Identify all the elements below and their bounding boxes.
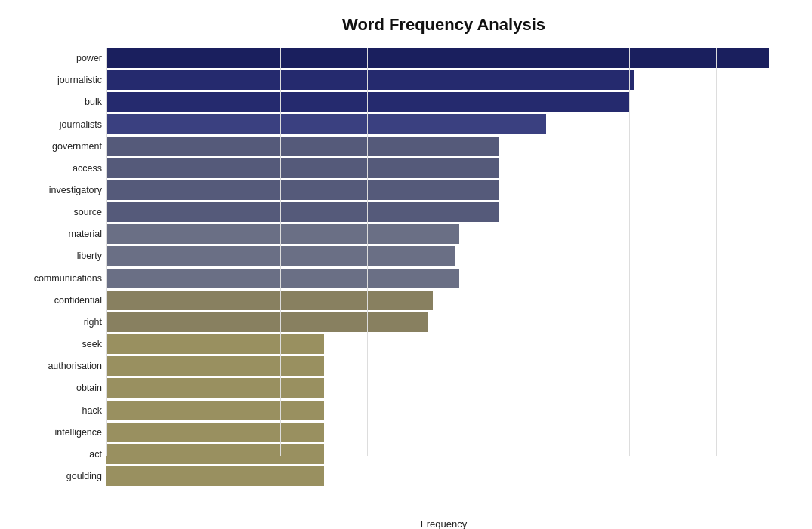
bar-fill — [106, 48, 769, 68]
bar-label: liberty — [4, 251, 102, 261]
bar-row: access — [106, 158, 782, 178]
bar-fill — [106, 334, 324, 354]
bar-bg — [106, 180, 782, 200]
bar-bg — [106, 202, 782, 222]
bar-fill — [106, 70, 634, 90]
bar-label: power — [4, 53, 102, 63]
bar-row: investigatory — [106, 180, 782, 200]
bar-bg — [106, 92, 782, 112]
bar-row: act — [106, 444, 782, 464]
bar-label: intelligence — [4, 427, 102, 438]
bar-fill — [106, 158, 499, 178]
bar-row: authorisation — [106, 356, 782, 376]
bar-label: right — [4, 317, 102, 328]
bar-label: obtain — [4, 383, 102, 393]
grid-line — [106, 48, 107, 456]
bar-label: source — [4, 207, 102, 217]
bar-row: journalistic — [106, 70, 782, 90]
bar-row: bulk — [106, 92, 782, 112]
bar-fill — [106, 114, 546, 134]
bar-label: goulding — [4, 471, 102, 481]
bar-bg — [106, 444, 782, 464]
bar-fill — [106, 401, 324, 420]
x-axis-label: Frequency — [106, 518, 782, 529]
bar-label: material — [4, 229, 102, 239]
bar-bg — [106, 158, 782, 178]
bar-row: right — [106, 312, 782, 332]
bar-fill — [106, 356, 324, 376]
bar-row: material — [106, 224, 782, 244]
bar-fill — [106, 378, 324, 398]
bar-row: hack — [106, 401, 782, 420]
bar-label: seek — [4, 339, 102, 349]
bar-bg — [106, 137, 782, 156]
bar-chart: powerjournalisticbulkjournalistsgovernme… — [106, 48, 782, 486]
chart-title: Word Frequency Analysis — [106, 15, 782, 35]
bar-fill — [106, 202, 499, 222]
bar-bg — [106, 269, 782, 288]
grid-line — [280, 48, 281, 456]
bar-fill — [106, 137, 499, 156]
bar-fill — [106, 444, 324, 464]
bar-bg — [106, 114, 782, 134]
bar-bg — [106, 356, 782, 376]
grid-line — [716, 48, 717, 456]
grid-line — [367, 48, 368, 456]
bar-bg — [106, 224, 782, 244]
bar-bg — [106, 70, 782, 90]
bar-label: journalists — [4, 119, 102, 130]
bar-bg — [106, 312, 782, 332]
chart-area: powerjournalisticbulkjournalistsgovernme… — [106, 48, 782, 486]
bar-label: act — [4, 449, 102, 460]
bar-bg — [106, 246, 782, 266]
bar-fill — [106, 224, 459, 244]
bar-fill — [106, 269, 459, 288]
bar-bg — [106, 466, 782, 486]
bar-label: access — [4, 163, 102, 174]
bar-label: hack — [4, 405, 102, 416]
bar-label: investigatory — [4, 185, 102, 195]
grid-line — [542, 48, 542, 456]
bar-bg — [106, 401, 782, 420]
bar-label: communications — [4, 273, 102, 284]
bar-bg — [106, 423, 782, 442]
bar-label: government — [4, 141, 102, 152]
bar-label: journalistic — [4, 75, 102, 85]
bar-row: goulding — [106, 466, 782, 486]
bar-row: source — [106, 202, 782, 222]
x-axis: 02468101214 — [106, 501, 782, 516]
bar-row: confidential — [106, 291, 782, 310]
grid-line — [455, 48, 455, 456]
grid-line — [629, 48, 630, 456]
bar-row: power — [106, 48, 782, 68]
bar-fill — [106, 180, 499, 200]
chart-container: Word Frequency Analysis powerjournalisti… — [0, 0, 812, 529]
bar-label: authorisation — [4, 361, 102, 371]
bar-row: liberty — [106, 246, 782, 266]
bar-fill — [106, 466, 324, 486]
bar-label: confidential — [4, 295, 102, 306]
bar-bg — [106, 334, 782, 354]
grid-line — [193, 48, 193, 456]
bar-bg — [106, 291, 782, 310]
bar-row: intelligence — [106, 423, 782, 442]
bar-bg — [106, 378, 782, 398]
bar-fill — [106, 291, 433, 310]
bar-label: bulk — [4, 97, 102, 107]
bar-row: communications — [106, 269, 782, 288]
bar-row: obtain — [106, 378, 782, 398]
bar-fill — [106, 312, 428, 332]
bar-row: seek — [106, 334, 782, 354]
bar-bg — [106, 48, 782, 68]
bar-row: government — [106, 137, 782, 156]
bar-row: journalists — [106, 114, 782, 134]
bar-fill — [106, 423, 324, 442]
